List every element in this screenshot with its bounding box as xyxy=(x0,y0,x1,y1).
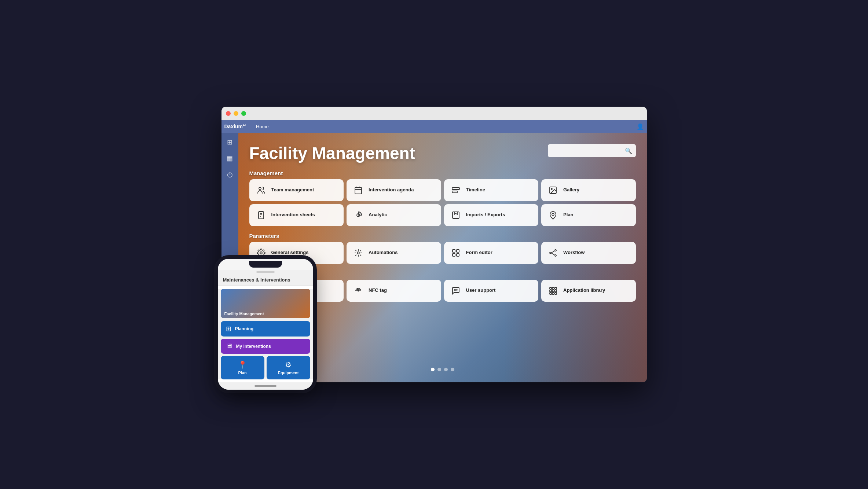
section-management-label: Management xyxy=(249,170,636,176)
sidebar-grid-icon[interactable]: ⊞ xyxy=(225,137,235,148)
interventions-icon: 🖥 xyxy=(226,342,232,350)
equipment-label: Equipment xyxy=(278,371,299,375)
carousel-dot-2[interactable] xyxy=(444,368,448,371)
phone-hero-label: Facility Management xyxy=(224,312,264,316)
phone-equipment-item[interactable]: ⚙ Equipment xyxy=(267,356,310,379)
card-intervention-agenda[interactable]: Intervention agenda xyxy=(347,179,441,201)
sidebar-chart-icon[interactable]: ▦ xyxy=(224,153,235,164)
card-gallery[interactable]: Gallery xyxy=(541,179,636,201)
app-logo: DaxiumAI xyxy=(224,124,246,129)
svg-rect-43 xyxy=(550,287,552,289)
svg-rect-5 xyxy=(452,188,459,190)
svg-line-20 xyxy=(355,250,356,251)
automations-label: Automations xyxy=(369,250,398,256)
svg-line-24 xyxy=(355,255,356,256)
sidebar-clock-icon[interactable]: ◷ xyxy=(225,169,235,180)
svg-rect-48 xyxy=(555,290,557,292)
planning-icon: ⊞ xyxy=(226,325,231,333)
phone-hero-card[interactable]: Facility Management xyxy=(221,289,310,318)
phone-planning-item[interactable]: ⊞ Planning xyxy=(221,321,310,337)
minimize-button[interactable] xyxy=(234,111,238,116)
browser-titlebar xyxy=(221,107,647,120)
svg-line-25 xyxy=(360,250,361,251)
phone: Maintenances & Interventions Facility Ma… xyxy=(218,259,313,390)
svg-rect-29 xyxy=(457,254,459,256)
card-nfc-tag[interactable]: NFC tag xyxy=(347,280,441,302)
maximize-button[interactable] xyxy=(241,111,246,116)
user-menu-button[interactable]: 👤 xyxy=(637,123,644,130)
phone-overlay: Maintenances & Interventions Facility Ma… xyxy=(218,259,313,390)
svg-point-41 xyxy=(455,290,456,290)
card-form-editor[interactable]: Form editor xyxy=(444,242,539,264)
svg-point-42 xyxy=(457,290,457,290)
svg-point-0 xyxy=(259,187,261,190)
card-analytic[interactable]: Analytic xyxy=(347,204,441,226)
svg-point-32 xyxy=(555,255,556,256)
phone-drag-indicator xyxy=(256,271,275,273)
carousel-dot-3[interactable] xyxy=(451,368,454,371)
analytic-label: Analytic xyxy=(369,212,387,218)
imports-exports-icon xyxy=(449,209,462,222)
svg-rect-6 xyxy=(452,191,457,193)
interventions-label: My interventions xyxy=(236,344,271,349)
card-plan[interactable]: Plan xyxy=(541,204,636,226)
card-application-library[interactable]: Application library xyxy=(541,280,636,302)
form-editor-icon xyxy=(449,246,462,260)
user-support-label: User support xyxy=(466,287,496,294)
intervention-sheets-label: Intervention sheets xyxy=(271,212,315,218)
svg-line-33 xyxy=(551,251,555,253)
timeline-icon xyxy=(449,184,462,197)
timeline-label: Timeline xyxy=(466,187,486,193)
user-support-icon xyxy=(449,284,462,297)
search-input[interactable] xyxy=(548,144,636,157)
card-automations[interactable]: Automations xyxy=(347,242,441,264)
phone-section-title: Maintenances & Interventions xyxy=(218,274,313,286)
svg-rect-26 xyxy=(453,250,455,252)
search-wrapper: 🔍 xyxy=(548,144,636,157)
automations-icon xyxy=(352,246,365,260)
phone-bottom-grid: 📍 Plan ⚙ Equipment xyxy=(221,356,310,379)
svg-point-17 xyxy=(357,252,359,254)
card-user-support[interactable]: User support xyxy=(444,280,539,302)
breadcrumb: Home xyxy=(253,124,272,129)
svg-point-30 xyxy=(550,252,551,254)
card-imports-exports[interactable]: Imports / Exports xyxy=(444,204,539,226)
card-intervention-sheets[interactable]: Intervention sheets xyxy=(249,204,344,226)
workflow-label: Workflow xyxy=(563,250,585,256)
phone-notch-area xyxy=(218,259,313,270)
svg-line-34 xyxy=(551,253,555,255)
svg-rect-49 xyxy=(550,293,552,294)
phone-notch xyxy=(249,261,282,268)
svg-rect-45 xyxy=(555,287,557,289)
hero-top: Facility Management 🔍 xyxy=(249,144,636,163)
phone-home-indicator xyxy=(254,385,276,387)
card-team-management[interactable]: Team management xyxy=(249,179,344,201)
close-button[interactable] xyxy=(226,111,231,116)
card-workflow[interactable]: Workflow xyxy=(541,242,636,264)
nfc-tag-label: NFC tag xyxy=(369,287,387,294)
carousel-dot-1[interactable] xyxy=(437,368,441,371)
general-settings-icon xyxy=(254,246,268,260)
svg-point-39 xyxy=(358,290,359,291)
page-title: Facility Management xyxy=(249,144,415,163)
svg-point-16 xyxy=(260,252,262,254)
svg-rect-44 xyxy=(552,287,554,289)
card-timeline[interactable]: Timeline xyxy=(444,179,539,201)
workflow-icon xyxy=(546,246,560,260)
imports-exports-label: Imports / Exports xyxy=(466,212,505,218)
carousel-dot-0[interactable] xyxy=(431,368,435,371)
analytic-icon xyxy=(352,209,365,222)
svg-rect-47 xyxy=(552,290,554,292)
team-management-label: Team management xyxy=(271,187,314,193)
form-editor-label: Form editor xyxy=(466,250,492,256)
svg-rect-14 xyxy=(453,212,459,218)
intervention-sheets-icon xyxy=(254,209,268,222)
svg-rect-51 xyxy=(555,293,557,294)
phone-plan-item[interactable]: 📍 Plan xyxy=(221,356,264,379)
phone-interventions-item[interactable]: 🖥 My interventions xyxy=(221,339,310,354)
phone-status-bar xyxy=(218,270,313,274)
svg-rect-46 xyxy=(550,290,552,292)
svg-point-8 xyxy=(551,188,552,190)
svg-line-21 xyxy=(360,255,361,256)
plan-icon: 📍 xyxy=(238,360,247,369)
